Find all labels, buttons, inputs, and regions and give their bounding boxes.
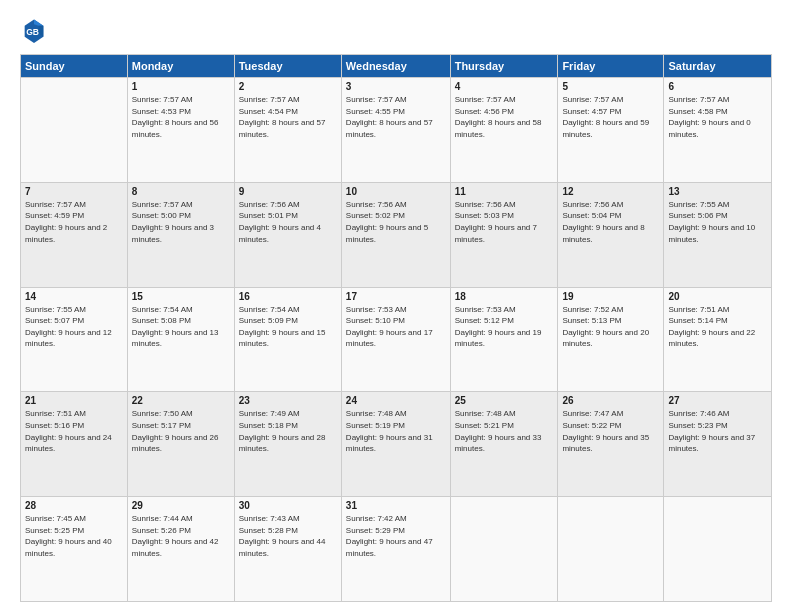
day-number: 29	[132, 500, 230, 511]
day-number: 17	[346, 291, 446, 302]
calendar-cell: 15Sunrise: 7:54 AMSunset: 5:08 PMDayligh…	[127, 287, 234, 392]
calendar-cell: 29Sunrise: 7:44 AMSunset: 5:26 PMDayligh…	[127, 497, 234, 602]
header: GB	[20, 18, 772, 46]
day-info: Sunrise: 7:49 AMSunset: 5:18 PMDaylight:…	[239, 408, 337, 454]
day-number: 22	[132, 395, 230, 406]
calendar-cell: 23Sunrise: 7:49 AMSunset: 5:18 PMDayligh…	[234, 392, 341, 497]
calendar-cell: 10Sunrise: 7:56 AMSunset: 5:02 PMDayligh…	[341, 182, 450, 287]
calendar-cell	[558, 497, 664, 602]
calendar-cell	[664, 497, 772, 602]
day-number: 6	[668, 81, 767, 92]
header-day: Friday	[558, 55, 664, 78]
header-day: Sunday	[21, 55, 128, 78]
day-info: Sunrise: 7:51 AMSunset: 5:14 PMDaylight:…	[668, 304, 767, 350]
day-number: 2	[239, 81, 337, 92]
day-info: Sunrise: 7:44 AMSunset: 5:26 PMDaylight:…	[132, 513, 230, 559]
logo-icon: GB	[20, 18, 48, 46]
day-number: 14	[25, 291, 123, 302]
day-info: Sunrise: 7:56 AMSunset: 5:01 PMDaylight:…	[239, 199, 337, 245]
day-info: Sunrise: 7:50 AMSunset: 5:17 PMDaylight:…	[132, 408, 230, 454]
day-number: 12	[562, 186, 659, 197]
day-number: 8	[132, 186, 230, 197]
day-info: Sunrise: 7:52 AMSunset: 5:13 PMDaylight:…	[562, 304, 659, 350]
day-number: 30	[239, 500, 337, 511]
calendar-cell: 2Sunrise: 7:57 AMSunset: 4:54 PMDaylight…	[234, 78, 341, 183]
calendar-cell: 9Sunrise: 7:56 AMSunset: 5:01 PMDaylight…	[234, 182, 341, 287]
day-number: 24	[346, 395, 446, 406]
day-info: Sunrise: 7:54 AMSunset: 5:08 PMDaylight:…	[132, 304, 230, 350]
calendar-cell: 13Sunrise: 7:55 AMSunset: 5:06 PMDayligh…	[664, 182, 772, 287]
day-number: 1	[132, 81, 230, 92]
calendar-cell: 1Sunrise: 7:57 AMSunset: 4:53 PMDaylight…	[127, 78, 234, 183]
day-info: Sunrise: 7:56 AMSunset: 5:03 PMDaylight:…	[455, 199, 554, 245]
calendar-table: SundayMondayTuesdayWednesdayThursdayFrid…	[20, 54, 772, 602]
calendar-cell: 26Sunrise: 7:47 AMSunset: 5:22 PMDayligh…	[558, 392, 664, 497]
header-day: Monday	[127, 55, 234, 78]
calendar-cell: 14Sunrise: 7:55 AMSunset: 5:07 PMDayligh…	[21, 287, 128, 392]
day-number: 15	[132, 291, 230, 302]
header-day: Wednesday	[341, 55, 450, 78]
calendar-cell: 17Sunrise: 7:53 AMSunset: 5:10 PMDayligh…	[341, 287, 450, 392]
calendar-cell: 19Sunrise: 7:52 AMSunset: 5:13 PMDayligh…	[558, 287, 664, 392]
calendar-week: 1Sunrise: 7:57 AMSunset: 4:53 PMDaylight…	[21, 78, 772, 183]
calendar-cell: 12Sunrise: 7:56 AMSunset: 5:04 PMDayligh…	[558, 182, 664, 287]
day-number: 9	[239, 186, 337, 197]
calendar-cell: 4Sunrise: 7:57 AMSunset: 4:56 PMDaylight…	[450, 78, 558, 183]
calendar-cell: 3Sunrise: 7:57 AMSunset: 4:55 PMDaylight…	[341, 78, 450, 183]
day-info: Sunrise: 7:57 AMSunset: 4:56 PMDaylight:…	[455, 94, 554, 140]
calendar-cell: 25Sunrise: 7:48 AMSunset: 5:21 PMDayligh…	[450, 392, 558, 497]
day-info: Sunrise: 7:55 AMSunset: 5:07 PMDaylight:…	[25, 304, 123, 350]
day-number: 23	[239, 395, 337, 406]
calendar-cell: 30Sunrise: 7:43 AMSunset: 5:28 PMDayligh…	[234, 497, 341, 602]
day-number: 11	[455, 186, 554, 197]
calendar-cell: 16Sunrise: 7:54 AMSunset: 5:09 PMDayligh…	[234, 287, 341, 392]
day-number: 16	[239, 291, 337, 302]
day-number: 21	[25, 395, 123, 406]
day-info: Sunrise: 7:47 AMSunset: 5:22 PMDaylight:…	[562, 408, 659, 454]
day-number: 28	[25, 500, 123, 511]
day-info: Sunrise: 7:57 AMSunset: 4:54 PMDaylight:…	[239, 94, 337, 140]
header-day: Tuesday	[234, 55, 341, 78]
day-info: Sunrise: 7:54 AMSunset: 5:09 PMDaylight:…	[239, 304, 337, 350]
day-info: Sunrise: 7:46 AMSunset: 5:23 PMDaylight:…	[668, 408, 767, 454]
calendar-cell: 24Sunrise: 7:48 AMSunset: 5:19 PMDayligh…	[341, 392, 450, 497]
day-info: Sunrise: 7:53 AMSunset: 5:10 PMDaylight:…	[346, 304, 446, 350]
day-number: 13	[668, 186, 767, 197]
day-info: Sunrise: 7:57 AMSunset: 5:00 PMDaylight:…	[132, 199, 230, 245]
svg-text:GB: GB	[26, 27, 39, 37]
calendar-week: 14Sunrise: 7:55 AMSunset: 5:07 PMDayligh…	[21, 287, 772, 392]
day-info: Sunrise: 7:48 AMSunset: 5:19 PMDaylight:…	[346, 408, 446, 454]
day-info: Sunrise: 7:55 AMSunset: 5:06 PMDaylight:…	[668, 199, 767, 245]
day-number: 20	[668, 291, 767, 302]
day-info: Sunrise: 7:57 AMSunset: 4:55 PMDaylight:…	[346, 94, 446, 140]
day-number: 18	[455, 291, 554, 302]
calendar-cell: 22Sunrise: 7:50 AMSunset: 5:17 PMDayligh…	[127, 392, 234, 497]
day-info: Sunrise: 7:48 AMSunset: 5:21 PMDaylight:…	[455, 408, 554, 454]
calendar-cell: 21Sunrise: 7:51 AMSunset: 5:16 PMDayligh…	[21, 392, 128, 497]
day-number: 25	[455, 395, 554, 406]
calendar-cell: 18Sunrise: 7:53 AMSunset: 5:12 PMDayligh…	[450, 287, 558, 392]
calendar-cell: 5Sunrise: 7:57 AMSunset: 4:57 PMDaylight…	[558, 78, 664, 183]
calendar-week: 28Sunrise: 7:45 AMSunset: 5:25 PMDayligh…	[21, 497, 772, 602]
day-number: 7	[25, 186, 123, 197]
calendar-cell	[450, 497, 558, 602]
calendar-cell: 28Sunrise: 7:45 AMSunset: 5:25 PMDayligh…	[21, 497, 128, 602]
day-info: Sunrise: 7:53 AMSunset: 5:12 PMDaylight:…	[455, 304, 554, 350]
day-info: Sunrise: 7:57 AMSunset: 4:53 PMDaylight:…	[132, 94, 230, 140]
day-info: Sunrise: 7:57 AMSunset: 4:58 PMDaylight:…	[668, 94, 767, 140]
day-number: 3	[346, 81, 446, 92]
header-row: SundayMondayTuesdayWednesdayThursdayFrid…	[21, 55, 772, 78]
day-info: Sunrise: 7:56 AMSunset: 5:04 PMDaylight:…	[562, 199, 659, 245]
calendar-cell: 20Sunrise: 7:51 AMSunset: 5:14 PMDayligh…	[664, 287, 772, 392]
calendar-cell: 27Sunrise: 7:46 AMSunset: 5:23 PMDayligh…	[664, 392, 772, 497]
day-number: 10	[346, 186, 446, 197]
day-info: Sunrise: 7:57 AMSunset: 4:59 PMDaylight:…	[25, 199, 123, 245]
day-info: Sunrise: 7:43 AMSunset: 5:28 PMDaylight:…	[239, 513, 337, 559]
day-number: 4	[455, 81, 554, 92]
header-day: Thursday	[450, 55, 558, 78]
calendar-week: 21Sunrise: 7:51 AMSunset: 5:16 PMDayligh…	[21, 392, 772, 497]
day-number: 27	[668, 395, 767, 406]
day-number: 31	[346, 500, 446, 511]
calendar-week: 7Sunrise: 7:57 AMSunset: 4:59 PMDaylight…	[21, 182, 772, 287]
day-info: Sunrise: 7:57 AMSunset: 4:57 PMDaylight:…	[562, 94, 659, 140]
